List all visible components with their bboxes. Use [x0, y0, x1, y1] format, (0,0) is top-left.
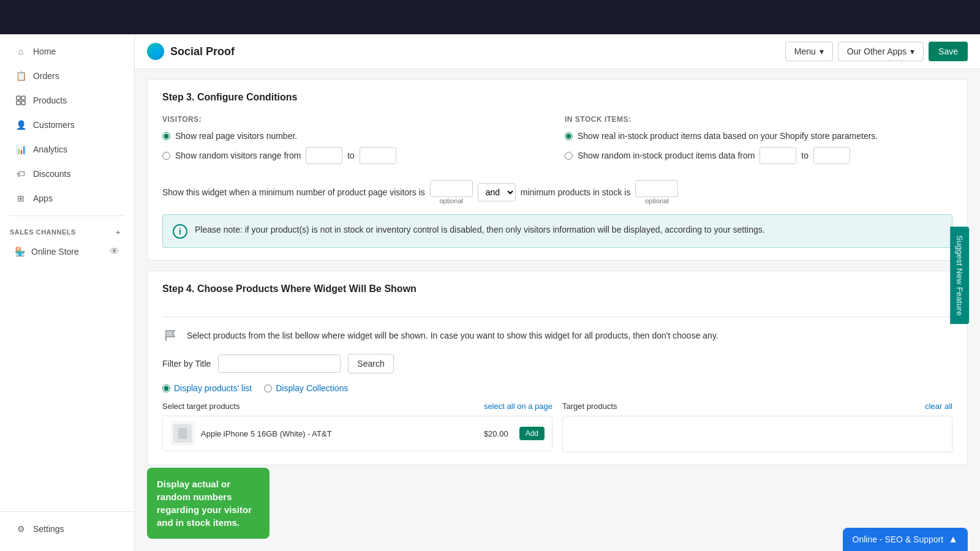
info-box: i Please note: if your product(s) is not…	[162, 214, 952, 248]
menu-label: Menu	[794, 47, 816, 56]
app-header: 🌐 Social Proof Menu ▾ Our Other Apps ▾ S…	[135, 34, 980, 69]
other-apps-label: Our Other Apps	[847, 47, 907, 56]
product-name: Apple iPhone 5 16GB (White) - AT&T	[201, 429, 478, 438]
in-stock-from-input[interactable]	[760, 147, 796, 164]
sidebar-item-settings[interactable]: ⚙ Settings	[5, 517, 129, 541]
select-all-link[interactable]: select all on a page	[484, 402, 552, 411]
visitor-random-label: Show random visitors range from to	[175, 147, 399, 164]
support-bar-label: Online - SEO & Support	[853, 534, 944, 544]
stock-optional-label: optional	[635, 197, 678, 204]
analytics-icon: 📊	[15, 143, 27, 156]
chevron-down-icon: ▾	[820, 47, 824, 56]
visitor-random-radio[interactable]	[162, 152, 170, 160]
filter-input[interactable]	[218, 354, 341, 373]
filter-row: Filter by Title Search	[162, 354, 952, 373]
chevron-down-icon: ▾	[910, 47, 914, 56]
search-button[interactable]: Search	[348, 354, 393, 373]
visitor-random-option[interactable]: Show random visitors range from to	[162, 147, 550, 164]
online-store-icon: 🏪	[15, 247, 25, 257]
sidebar-item-label: Products	[33, 96, 67, 105]
sidebar-item-label: Home	[33, 47, 56, 56]
display-type-row: Display products' list Display Collectio…	[162, 383, 952, 393]
visibility-icon: 👁	[110, 246, 119, 257]
products-icon	[15, 94, 27, 107]
in-stock-real-option[interactable]: Show real in-stock product items data ba…	[565, 131, 952, 141]
target-product-list	[562, 416, 952, 452]
clear-all-link[interactable]: clear all	[925, 402, 952, 411]
select-products-header: Select target products select all on a p…	[162, 402, 552, 411]
step3-section: Step 3. Configure Conditions VISITORS: S…	[147, 79, 968, 261]
in-stock-to-input[interactable]	[813, 147, 850, 164]
stock-condition-input[interactable]	[635, 180, 678, 197]
in-stock-title: IN STOCK ITEMS:	[565, 115, 952, 124]
sidebar-item-label: Customers	[33, 120, 75, 130]
other-apps-button[interactable]: Our Other Apps ▾	[838, 42, 924, 61]
products-grid: Select target products select all on a p…	[162, 402, 952, 452]
visitors-condition-input[interactable]	[430, 180, 473, 197]
expand-icon: ▲	[948, 534, 958, 545]
visitor-real-radio[interactable]	[162, 132, 170, 140]
condition-operator-select[interactable]: and or	[478, 183, 516, 201]
sidebar-item-home[interactable]: ⌂ Home	[5, 40, 129, 63]
in-stock-random-label: Show random in-stock product items data …	[578, 147, 853, 164]
visitors-condition-input-wrapper: optional	[430, 180, 473, 204]
target-products-col: Target products clear all	[562, 402, 952, 452]
discounts-icon: 🏷	[15, 168, 27, 180]
sidebar-item-customers[interactable]: 👤 Customers	[5, 113, 129, 137]
settings-icon: ⚙	[15, 523, 27, 535]
sidebar-item-discounts[interactable]: 🏷 Discounts	[5, 162, 129, 186]
app-header-left: 🌐 Social Proof	[147, 43, 235, 60]
online-store-label: Online Store	[31, 247, 79, 257]
svg-rect-0	[17, 96, 20, 100]
sidebar-item-label: Orders	[33, 71, 59, 81]
visitor-to-input[interactable]	[360, 147, 396, 164]
sidebar-item-label: Discounts	[33, 169, 70, 179]
add-sales-channel-button[interactable]: ＋	[112, 226, 124, 238]
step4-info-text: Select products from the list bellow whe…	[187, 331, 718, 340]
step4-title: Step 4. Choose Products Where Widget Wil…	[162, 283, 952, 294]
sidebar: ⌂ Home 📋 Orders Products 👤 Customers 📊 A…	[0, 34, 135, 551]
add-product-button[interactable]: Add	[519, 427, 545, 440]
target-products-header: Target products clear all	[562, 402, 952, 411]
target-label: Target products	[562, 402, 617, 411]
support-bar[interactable]: Online - SEO & Support ▲	[843, 528, 968, 551]
display-products-label: Display products' list	[174, 383, 252, 393]
tooltip-text: Display actual or random numbers regardi…	[157, 479, 252, 528]
visitor-from-input[interactable]	[306, 147, 342, 164]
sidebar-item-online-store[interactable]: 🏪 Online Store 👁	[5, 241, 129, 262]
visitors-title: VISITORS:	[162, 115, 550, 124]
condition-suffix: minimum products in stock is	[521, 187, 631, 197]
svg-rect-2	[17, 101, 20, 105]
visitor-real-option[interactable]: Show real page visitors number.	[162, 131, 550, 141]
app-logo: 🌐	[147, 43, 164, 60]
svg-rect-3	[21, 101, 25, 105]
display-collections-radio[interactable]	[264, 384, 272, 392]
in-stock-real-radio[interactable]	[565, 132, 573, 140]
main-area: 🌐 Social Proof Menu ▾ Our Other Apps ▾ S…	[135, 34, 980, 551]
save-button[interactable]: Save	[929, 42, 968, 61]
sidebar-item-analytics[interactable]: 📊 Analytics	[5, 138, 129, 161]
widget-condition-row: Show this widget when a minimum number o…	[162, 170, 952, 204]
visitor-real-label: Show real page visitors number.	[175, 131, 297, 141]
sidebar-item-products[interactable]: Products	[5, 89, 129, 112]
sidebar-item-apps[interactable]: ⊞ Apps	[5, 187, 129, 210]
step4-section: Step 4. Choose Products Where Widget Wil…	[147, 271, 968, 465]
app-title: Social Proof	[170, 45, 235, 58]
menu-button[interactable]: Menu ▾	[785, 42, 833, 61]
help-tooltip: Display actual or random numbers regardi…	[147, 468, 270, 539]
filter-label: Filter by Title	[162, 359, 211, 369]
in-stock-random-radio[interactable]	[565, 152, 573, 160]
select-products-col: Select target products select all on a p…	[162, 402, 552, 452]
conditions-grid: VISITORS: Show real page visitors number…	[162, 115, 952, 170]
in-stock-random-option[interactable]: Show random in-stock product items data …	[565, 147, 952, 164]
display-collections-option[interactable]: Display Collections	[264, 383, 348, 393]
suggest-feature-button[interactable]: Suggest New Feature	[950, 227, 969, 324]
sidebar-item-label: Apps	[33, 193, 53, 203]
product-list: Apple iPhone 5 16GB (White) - AT&T $20.0…	[162, 416, 552, 451]
content-area: Step 3. Configure Conditions VISITORS: S…	[135, 69, 980, 551]
home-icon: ⌂	[15, 45, 27, 58]
display-products-option[interactable]: Display products' list	[162, 383, 252, 393]
display-products-radio[interactable]	[162, 384, 170, 392]
select-target-label: Select target products	[162, 402, 239, 411]
sidebar-item-orders[interactable]: 📋 Orders	[5, 64, 129, 88]
